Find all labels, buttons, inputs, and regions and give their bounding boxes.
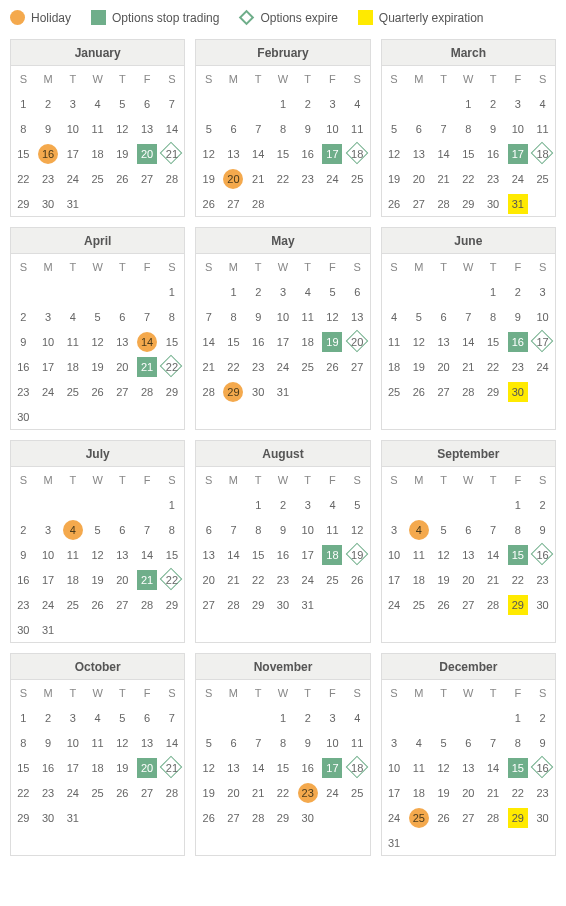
day-cell: 30 (246, 379, 271, 404)
month-title: December (382, 654, 555, 680)
day-cell: 23 (505, 354, 530, 379)
month-table: SMTWTFS123456789101112131415161718192021… (196, 467, 369, 617)
dow-header: S (11, 467, 36, 492)
day-cell: 12 (196, 141, 221, 166)
day-cell: 28 (135, 592, 160, 617)
dow-header: S (160, 680, 185, 705)
day-cell: 25 (295, 354, 320, 379)
day-cell: 3 (320, 705, 345, 730)
dow-header: S (160, 66, 185, 91)
day-cell: 20 (221, 166, 246, 191)
day-cell: 22 (271, 780, 296, 805)
day-cell: 28 (481, 592, 506, 617)
day-cell: 19 (382, 166, 407, 191)
day-cell: 28 (196, 379, 221, 404)
day-cell: 12 (110, 730, 135, 755)
day-cell: 29 (246, 592, 271, 617)
day-cell: 11 (406, 542, 431, 567)
day-cell: 4 (320, 492, 345, 517)
dow-header: T (431, 680, 456, 705)
dow-header: T (61, 680, 86, 705)
dow-header: T (295, 467, 320, 492)
day-cell: 25 (61, 379, 86, 404)
day-cell: 9 (36, 730, 61, 755)
day-cell: 13 (456, 542, 481, 567)
day-cell: 14 (246, 755, 271, 780)
day-cell: 21 (135, 354, 160, 379)
day-cell: 25 (382, 379, 407, 404)
day-cell: 14 (481, 542, 506, 567)
dow-header: W (271, 66, 296, 91)
day-cell: 14 (160, 730, 185, 755)
day-cell: 29 (11, 191, 36, 216)
day-cell: 30 (530, 592, 555, 617)
day-cell: 24 (36, 379, 61, 404)
day-cell: 6 (110, 517, 135, 542)
day-cell: 8 (481, 304, 506, 329)
dow-header: T (431, 467, 456, 492)
day-cell: 29 (481, 379, 506, 404)
day-cell: 7 (246, 730, 271, 755)
day-cell: 18 (295, 329, 320, 354)
dow-header: S (345, 254, 370, 279)
day-cell: 16 (481, 141, 506, 166)
day-cell: 13 (406, 141, 431, 166)
day-cell: 7 (196, 304, 221, 329)
day-cell: 5 (85, 304, 110, 329)
day-cell: 25 (406, 805, 431, 830)
dow-header: T (481, 680, 506, 705)
dow-header: S (530, 254, 555, 279)
dow-header: F (320, 66, 345, 91)
day-cell: 3 (36, 304, 61, 329)
day-cell: 13 (110, 542, 135, 567)
day-cell: 27 (345, 354, 370, 379)
dow-header: S (530, 467, 555, 492)
day-cell: 31 (295, 592, 320, 617)
dow-header: M (36, 66, 61, 91)
dow-header: M (406, 66, 431, 91)
day-cell: 4 (61, 304, 86, 329)
day-cell: 2 (505, 279, 530, 304)
day-cell: 27 (431, 379, 456, 404)
month-title: April (11, 228, 184, 254)
day-cell: 21 (135, 567, 160, 592)
legend: HolidayOptions stop tradingOptions expir… (10, 10, 556, 25)
month-title: October (11, 654, 184, 680)
dow-header: W (456, 467, 481, 492)
month-title: February (196, 40, 369, 66)
day-cell: 24 (295, 567, 320, 592)
expire-icon (239, 10, 255, 26)
day-cell: 31 (36, 617, 61, 642)
day-cell: 16 (11, 354, 36, 379)
day-cell: 20 (221, 780, 246, 805)
month-table: SMTWTFS123456789101112131415161718192021… (382, 66, 555, 216)
day-cell: 1 (505, 705, 530, 730)
day-cell: 30 (11, 404, 36, 429)
day-cell: 27 (110, 592, 135, 617)
day-cell: 9 (505, 304, 530, 329)
day-cell: 15 (271, 141, 296, 166)
day-cell: 29 (271, 805, 296, 830)
day-cell: 26 (431, 592, 456, 617)
day-cell: 3 (530, 279, 555, 304)
day-cell: 11 (320, 517, 345, 542)
day-cell: 17 (36, 354, 61, 379)
day-cell: 25 (345, 166, 370, 191)
day-cell: 20 (431, 354, 456, 379)
day-cell: 27 (221, 805, 246, 830)
day-cell: 4 (85, 91, 110, 116)
day-cell: 22 (456, 166, 481, 191)
month-december: DecemberSMTWTFS1234567891011121314151617… (381, 653, 556, 856)
day-cell: 6 (431, 304, 456, 329)
day-cell: 19 (110, 755, 135, 780)
day-cell: 4 (406, 730, 431, 755)
day-cell: 24 (61, 780, 86, 805)
day-cell: 10 (382, 755, 407, 780)
day-cell: 27 (135, 780, 160, 805)
day-cell: 29 (221, 379, 246, 404)
day-cell: 27 (406, 191, 431, 216)
dow-header: M (221, 467, 246, 492)
month-may: MaySMTWTFS123456789101112131415161718192… (195, 227, 370, 430)
day-cell: 11 (382, 329, 407, 354)
dow-header: S (345, 680, 370, 705)
